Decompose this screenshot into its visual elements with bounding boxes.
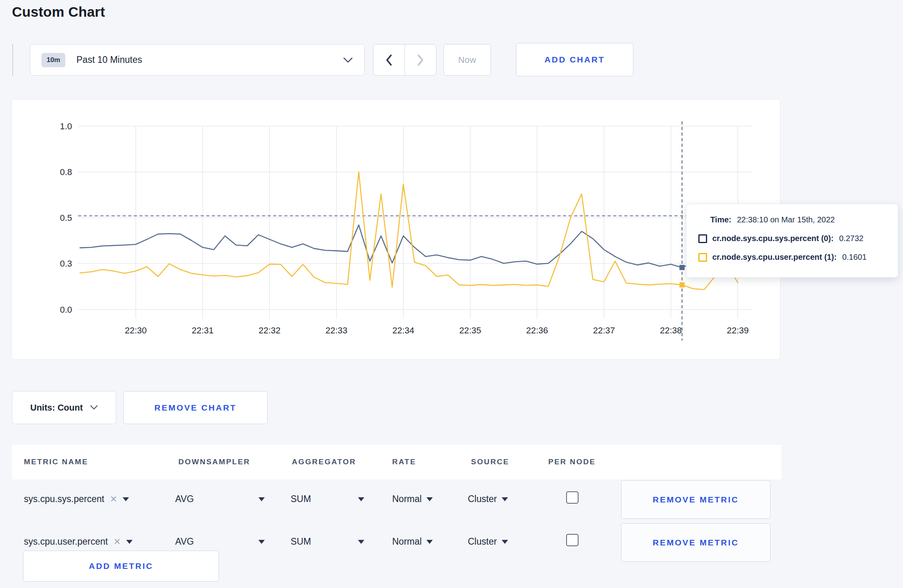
metric-name-select[interactable]: sys.cpu.sys.percent ✕ <box>24 494 129 504</box>
aggregator-value: SUM <box>291 536 311 547</box>
source-value: Cluster <box>468 536 497 547</box>
crosshair-dots-layer <box>680 265 685 288</box>
dropdown-caret-icon <box>123 497 129 501</box>
dropdown-caret-icon <box>258 497 265 501</box>
add-metric-label: ADD METRIC <box>89 561 153 571</box>
svg-text:22:35: 22:35 <box>459 325 481 335</box>
prev-range-button[interactable] <box>373 44 405 76</box>
svg-text:22:37: 22:37 <box>593 325 615 335</box>
header-aggregator: AGGREGATOR <box>292 458 356 466</box>
svg-text:22:36: 22:36 <box>526 325 548 335</box>
time-nav-group <box>373 44 437 76</box>
time-range-dropdown[interactable]: 10m Past 10 Minutes <box>30 44 365 76</box>
per-node-checkbox[interactable] <box>566 534 579 546</box>
dropdown-caret-icon <box>358 497 364 501</box>
source-select[interactable]: Cluster <box>468 536 508 547</box>
next-range-button[interactable] <box>405 44 436 76</box>
svg-text:0.0: 0.0 <box>60 305 72 315</box>
chevron-down-icon <box>343 57 353 63</box>
remove-metric-x-icon[interactable]: ✕ <box>113 537 121 547</box>
toolbar-divider <box>12 44 13 76</box>
time-range-badge: 10m <box>41 53 65 67</box>
crosshair-layer <box>78 121 752 341</box>
tooltip-series-0-value: 0.2732 <box>839 234 864 243</box>
header-per-node: PER NODE <box>548 458 596 466</box>
downsampler-value: AVG <box>175 494 194 504</box>
header-rate: RATE <box>392 458 416 466</box>
svg-text:22:38: 22:38 <box>660 325 682 335</box>
svg-text:22:32: 22:32 <box>258 325 280 335</box>
remove-metric-button[interactable]: REMOVE METRIC <box>621 480 770 519</box>
metric-name-value: sys.cpu.sys.percent <box>24 494 104 504</box>
remove-metric-button[interactable]: REMOVE METRIC <box>621 523 770 562</box>
rate-value: Normal <box>392 536 422 547</box>
now-button-label: Now <box>458 55 477 65</box>
add-chart-button[interactable]: ADD CHART <box>516 43 633 76</box>
chevron-right-icon <box>417 54 424 66</box>
header-metric-name: METRIC NAME <box>24 458 88 466</box>
crosshair-dot <box>680 265 685 270</box>
units-dropdown-label: Units: Count <box>30 403 83 413</box>
header-downsampler: DOWNSAMPLER <box>178 458 250 466</box>
header-source: SOURCE <box>471 458 509 466</box>
metric-row: sys.cpu.sys.percent ✕ AVG SUM Normal Clu… <box>0 479 903 522</box>
svg-text:0.3: 0.3 <box>60 259 72 269</box>
tooltip-series-0-label: cr.node.sys.cpu.sys.percent (0): <box>712 234 834 243</box>
tooltip-swatch-1 <box>698 253 707 262</box>
remove-metric-label: REMOVE METRIC <box>653 495 739 504</box>
per-node-checkbox[interactable] <box>566 491 579 504</box>
dropdown-caret-icon <box>502 497 508 501</box>
tooltip-series-1-value: 0.1601 <box>842 253 866 262</box>
series-line <box>80 225 738 267</box>
svg-text:0.8: 0.8 <box>60 167 72 177</box>
dropdown-caret-icon <box>358 540 364 544</box>
time-range-label: Past 10 Minutes <box>76 55 142 65</box>
aggregator-select[interactable]: SUM <box>291 536 364 547</box>
source-value: Cluster <box>468 494 497 504</box>
add-metric-button[interactable]: ADD METRIC <box>23 551 219 582</box>
units-dropdown[interactable]: Units: Count <box>12 391 116 424</box>
rate-select[interactable]: Normal <box>392 536 433 547</box>
remove-metric-x-icon[interactable]: ✕ <box>110 494 117 504</box>
tooltip-time-label: Time: <box>710 215 731 224</box>
chevron-left-icon <box>385 54 393 66</box>
dropdown-caret-icon <box>426 540 433 544</box>
page-title: Custom Chart <box>12 4 105 20</box>
svg-text:1.0: 1.0 <box>60 121 72 131</box>
add-chart-label: ADD CHART <box>545 55 605 64</box>
downsampler-value: AVG <box>175 536 194 547</box>
source-select[interactable]: Cluster <box>468 494 508 504</box>
series-layer <box>80 172 738 290</box>
rate-select[interactable]: Normal <box>392 494 433 504</box>
dropdown-caret-icon <box>502 540 508 544</box>
downsampler-select[interactable]: AVG <box>175 494 265 504</box>
metric-name-value: sys.cpu.user.percent <box>24 536 108 547</box>
aggregator-value: SUM <box>291 494 311 504</box>
chart-card: 0.00.30.50.81.022:3022:3122:3222:3322:34… <box>12 99 780 360</box>
downsampler-select[interactable]: AVG <box>175 536 265 547</box>
dropdown-caret-icon <box>258 540 265 544</box>
aggregator-select[interactable]: SUM <box>291 494 364 504</box>
tooltip-time-value: 22:38:10 on Mar 15th, 2022 <box>737 215 835 224</box>
grid-layer: 0.00.30.50.81.022:3022:3122:3222:3322:34… <box>60 121 752 335</box>
svg-text:22:34: 22:34 <box>392 325 414 335</box>
crosshair-dot <box>680 282 685 288</box>
rate-value: Normal <box>392 494 422 504</box>
now-button[interactable]: Now <box>444 44 491 76</box>
remove-chart-button[interactable]: REMOVE CHART <box>123 391 268 424</box>
remove-metric-label: REMOVE METRIC <box>653 538 739 547</box>
svg-text:22:30: 22:30 <box>125 325 147 335</box>
dropdown-caret-icon <box>426 497 433 501</box>
svg-text:0.5: 0.5 <box>60 213 72 223</box>
metric-name-select[interactable]: sys.cpu.user.percent ✕ <box>24 536 133 547</box>
chart-plot[interactable]: 0.00.30.50.81.022:3022:3122:3222:3322:34… <box>12 99 780 359</box>
remove-chart-label: REMOVE CHART <box>154 403 236 413</box>
series-line <box>80 172 738 290</box>
svg-text:22:33: 22:33 <box>325 325 347 335</box>
svg-text:22:31: 22:31 <box>192 325 213 335</box>
metrics-table-header: METRIC NAME DOWNSAMPLER AGGREGATOR RATE … <box>12 445 782 479</box>
chart-tooltip: Time: 22:38:10 on Mar 15th, 2022 cr.node… <box>686 204 898 278</box>
svg-text:22:39: 22:39 <box>727 325 749 335</box>
chevron-down-icon <box>90 405 98 410</box>
dropdown-caret-icon <box>126 540 133 544</box>
